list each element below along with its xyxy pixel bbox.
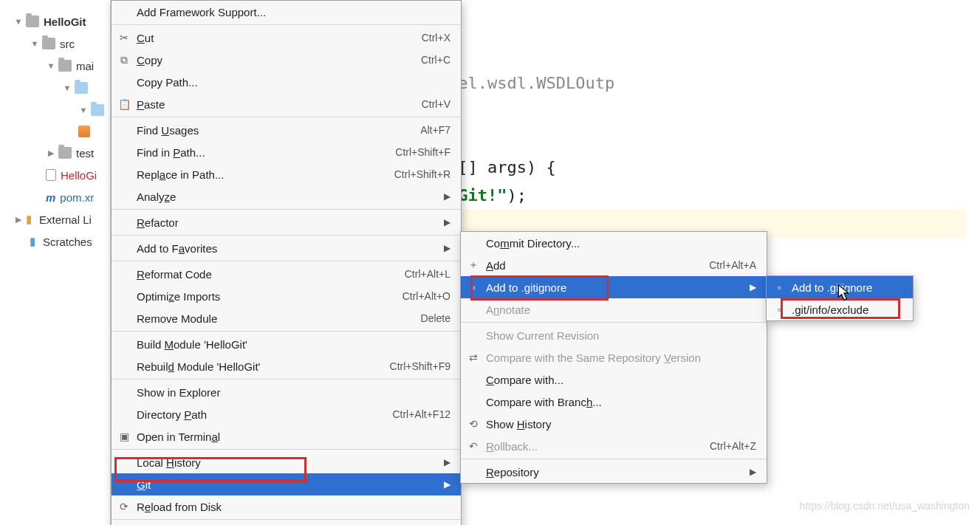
tree-label: pom.xr	[60, 191, 94, 204]
menu-separator	[112, 519, 461, 520]
menu-find-usages[interactable]: Find UsagesAlt+F7	[112, 119, 461, 141]
menu-copy[interactable]: ⧉CopyCtrl+C	[112, 49, 461, 71]
maven-icon: m	[46, 191, 55, 204]
context-menu: Add Framework Support... ✂CutCtrl+X ⧉Cop…	[111, 0, 462, 525]
tree-label: test	[76, 147, 94, 159]
chevron-down-icon: ▼	[13, 16, 24, 27]
file-icon: ▫	[467, 281, 480, 294]
menu-separator	[112, 209, 461, 210]
tree-pkg[interactable]	[0, 121, 110, 142]
tree-src[interactable]: ▼ src	[0, 32, 110, 55]
menu-repository[interactable]: Repository▶	[461, 461, 767, 483]
folder-icon	[58, 147, 72, 159]
menu-reload[interactable]: ⟳Reload from Disk	[112, 495, 461, 518]
menu-rollback: ↶Rollback...Ctrl+Alt+Z	[461, 435, 767, 457]
reload-icon: ⟳	[117, 500, 131, 513]
tree-file-pom[interactable]: m pom.xr	[0, 186, 110, 208]
compare-icon: ⇄	[467, 351, 480, 364]
menu-separator	[461, 322, 767, 323]
menu-reformat[interactable]: Reformat CodeCtrl+Alt+L	[112, 263, 461, 285]
chevron-down-icon: ▼	[30, 38, 40, 49]
menu-show-explorer[interactable]: Show in Explorer	[112, 381, 461, 403]
menu-directory-path[interactable]: Directory PathCtrl+Alt+F12	[112, 403, 461, 425]
menu-copy-path[interactable]: Copy Path...	[112, 71, 461, 93]
menu-separator	[112, 379, 461, 380]
gitignore-submenu: ▫Add to .gitignore ▫.git/info/exclude	[766, 275, 914, 321]
tree-scratches[interactable]: ▮ Scratches	[0, 230, 110, 253]
submenu-arrow-icon: ▶	[444, 243, 450, 253]
menu-rebuild-module[interactable]: Rebuild Module 'HelloGit'Ctrl+Shift+F9	[112, 355, 461, 377]
menu-separator	[112, 449, 461, 450]
menu-find-in-path[interactable]: Find in Path...Ctrl+Shift+F	[112, 141, 461, 163]
tree-label: Scratches	[43, 236, 92, 248]
add-icon: ＋	[467, 258, 480, 272]
tree-sub2[interactable]: ▼	[0, 99, 110, 121]
rollback-icon: ↶	[467, 439, 480, 453]
package-icon	[78, 126, 90, 137]
terminal-icon: ▣	[117, 430, 131, 443]
menu-build-module[interactable]: Build Module 'HelloGit'	[112, 333, 461, 355]
git-submenu: Commit Directory... ＋AddCtrl+Alt+A ▫Add …	[460, 231, 767, 484]
copy-icon: ⧉	[117, 53, 131, 66]
tree-label: External Li	[39, 213, 92, 226]
tree-label: HelloGit	[44, 16, 86, 28]
menu-local-history[interactable]: Local History▶	[112, 451, 461, 473]
submenu-arrow-icon: ▶	[444, 191, 450, 202]
tree-sub1[interactable]: ▼	[0, 77, 110, 99]
submenu-arrow-icon: ▶	[750, 467, 756, 477]
menu-show-history[interactable]: ⟲Show History	[461, 413, 767, 435]
menu-open-terminal[interactable]: ▣Open in Terminal	[112, 425, 461, 447]
menu-git[interactable]: Git▶	[112, 473, 461, 495]
file-icon: ▫	[772, 281, 786, 294]
menu-separator	[461, 459, 767, 459]
menu-replace-in-path[interactable]: Replace in Path...Ctrl+Shift+R	[112, 163, 461, 185]
submenu-arrow-icon: ▶	[750, 282, 756, 292]
tree-main[interactable]: ▼ mai	[0, 55, 110, 77]
folder-icon	[75, 82, 88, 94]
tree-test[interactable]: ▶ test	[0, 142, 110, 164]
tree-file-hellogit[interactable]: HelloGi	[0, 164, 110, 186]
tree-external-libs[interactable]: ▶ ▮ External Li	[0, 208, 110, 230]
menu-paste[interactable]: 📋PasteCtrl+V	[112, 93, 461, 115]
folder-icon	[58, 60, 72, 72]
menu-separator	[112, 235, 461, 236]
submenu-arrow-icon: ▶	[444, 479, 450, 490]
cut-icon: ✂	[117, 31, 131, 44]
menu-add-gitignore[interactable]: ▫Add to .gitignore▶	[461, 276, 767, 298]
chevron-right-icon: ▶	[13, 214, 24, 224]
chevron-right-icon: ▶	[46, 148, 56, 158]
chevron-down-icon: ▼	[46, 61, 56, 71]
menu-commit-directory[interactable]: Commit Directory...	[461, 232, 767, 254]
menu-compare-branch[interactable]: Compare with Branch...	[461, 391, 767, 413]
menu-optimize-imports[interactable]: Optimize ImportsCtrl+Alt+O	[112, 285, 461, 307]
scratch-icon: ▮	[30, 235, 43, 248]
menu-add-favorites[interactable]: Add to Favorites▶	[112, 237, 461, 259]
menu-cut[interactable]: ✂CutCtrl+X	[112, 27, 461, 49]
folder-icon	[91, 104, 104, 116]
menu-analyze[interactable]: Analyze▶	[112, 185, 461, 207]
menu-separator	[112, 331, 461, 332]
submenu-arrow-icon: ▶	[444, 457, 450, 467]
menu-git-add[interactable]: ＋AddCtrl+Alt+A	[461, 254, 767, 276]
file-icon: ▫	[772, 303, 786, 316]
menu-show-current-revision: Show Current Revision	[461, 324, 767, 346]
menu-remove-module[interactable]: Remove ModuleDelete	[112, 307, 461, 329]
chevron-down-icon: ▼	[78, 105, 89, 115]
menu-add-to-gitignore-file[interactable]: ▫Add to .gitignore	[767, 276, 913, 298]
menu-compare-with[interactable]: ⇄Compare With...Ctrl+D	[112, 521, 461, 525]
menu-refactor[interactable]: Refactor▶	[112, 211, 461, 233]
folder-icon	[26, 16, 39, 27]
menu-compare-same-repo: ⇄Compare with the Same Repository Versio…	[461, 346, 767, 368]
menu-add-framework[interactable]: Add Framework Support...	[112, 1, 461, 23]
tree-project[interactable]: ▼ HelloGit	[0, 10, 110, 32]
tree-label: src	[60, 38, 75, 50]
menu-git-info-exclude[interactable]: ▫.git/info/exclude	[767, 298, 913, 320]
library-icon: ▮	[26, 213, 39, 226]
paste-icon: 📋	[117, 97, 131, 111]
menu-annotate: Annotate	[461, 298, 767, 320]
menu-separator	[112, 261, 461, 261]
tree-label: mai	[76, 60, 94, 72]
project-tree[interactable]: ▼ HelloGit ▼ src ▼ mai ▼ ▼ ▶ test HelloG…	[0, 0, 111, 525]
menu-compare-with-2[interactable]: Compare with...	[461, 368, 767, 391]
history-icon: ⟲	[467, 417, 480, 430]
